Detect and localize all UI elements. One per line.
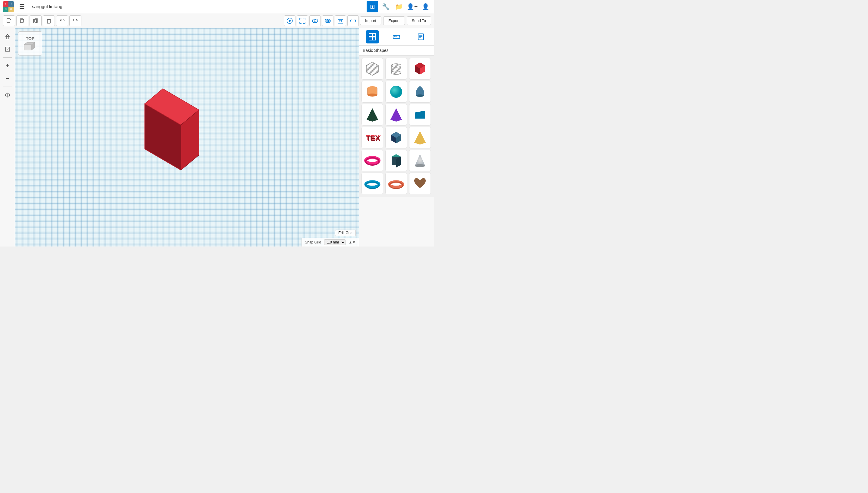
svg-marker-59 xyxy=(390,108,402,122)
shape-wedge-teal[interactable] xyxy=(409,104,431,126)
copy-button[interactable] xyxy=(16,15,28,26)
svg-marker-57 xyxy=(367,108,378,122)
fit-view-btn[interactable] xyxy=(297,15,308,26)
add-user-icon[interactable]: 👤+ xyxy=(406,1,418,13)
shape-text-3d[interactable]: TEXT TEXT xyxy=(362,127,383,148)
snap-grid-arrow: ▲▼ xyxy=(348,240,356,244)
svg-rect-27 xyxy=(373,37,376,40)
divider-2 xyxy=(3,87,12,87)
shape-cone-gray[interactable] xyxy=(409,150,431,171)
svg-rect-15 xyxy=(6,37,9,39)
svg-rect-5 xyxy=(47,20,50,23)
svg-point-43 xyxy=(391,71,401,74)
snap-grid-label: Snap Grid xyxy=(305,240,321,244)
left-panel: + − xyxy=(0,28,15,246)
svg-marker-69 xyxy=(414,131,426,145)
svg-marker-39 xyxy=(366,62,379,76)
grid-panel-icon[interactable] xyxy=(366,30,379,43)
folder-icon[interactable]: 📁 xyxy=(393,1,405,13)
mirror-btn[interactable] xyxy=(347,15,359,26)
svg-rect-18 xyxy=(24,45,32,50)
shape-box-striped[interactable] xyxy=(362,58,383,80)
shape-box-dark-blue[interactable] xyxy=(385,150,407,171)
grid-view-icon[interactable]: ⊞ xyxy=(367,1,378,13)
svg-rect-26 xyxy=(369,37,372,40)
bottom-bar: Snap Grid 1.0 mm 0.5 mm 2.0 mm 5.0 mm ▲▼ xyxy=(301,238,359,246)
svg-rect-25 xyxy=(373,34,376,37)
svg-point-76 xyxy=(415,164,425,167)
toolbar-actions: Import Export Send To xyxy=(360,16,431,25)
svg-marker-62 xyxy=(415,111,425,119)
logo-t: T xyxy=(3,1,8,7)
shapes-grid: TEXT TEXT xyxy=(359,56,434,197)
shape-group-btn[interactable] xyxy=(322,15,334,26)
shape-heart-brown[interactable] xyxy=(409,173,431,194)
edit-grid-button[interactable]: Edit Grid xyxy=(335,230,356,236)
sidebar-toggle[interactable]: › xyxy=(359,132,359,144)
view-cube[interactable]: TOP xyxy=(18,31,42,56)
notes-panel-icon[interactable] xyxy=(414,30,428,43)
tools-icon[interactable]: 🔧 xyxy=(380,1,391,13)
svg-point-54 xyxy=(390,86,402,98)
svg-rect-24 xyxy=(369,34,372,37)
shapes-category-header: Basic Shapes ⌄ xyxy=(359,46,434,56)
fit-all-btn[interactable] xyxy=(2,43,13,55)
align-btn[interactable] xyxy=(335,15,346,26)
shape-pyramid-yellow[interactable] xyxy=(409,127,431,148)
toolbar: Import Export Send To xyxy=(0,13,434,28)
menu-icon[interactable]: ☰ xyxy=(16,1,28,13)
duplicate-button[interactable] xyxy=(29,15,42,26)
undo-button[interactable] xyxy=(56,15,68,26)
svg-marker-75 xyxy=(415,154,425,166)
shape-subtract-btn[interactable] xyxy=(309,15,321,26)
export-button[interactable]: Export xyxy=(383,16,405,25)
shapes-menu-btn[interactable] xyxy=(2,89,13,101)
ruler-panel-icon[interactable] xyxy=(390,30,403,43)
svg-rect-13 xyxy=(339,20,342,22)
top-right-actions: ⊞ 🔧 📁 👤+ 👤 xyxy=(367,1,431,13)
shapes-category-label: Basic Shapes xyxy=(363,48,389,53)
home-btn[interactable] xyxy=(2,31,13,42)
zoom-in-btn[interactable]: + xyxy=(2,60,13,71)
3d-cube xyxy=(121,83,205,192)
shape-torus-teal[interactable] xyxy=(362,173,383,194)
topbar: T I N K ☰ sanggul lintang ⊞ 🔧 📁 👤+ 👤 xyxy=(0,0,434,13)
svg-point-11 xyxy=(327,19,330,23)
zoom-out-btn[interactable]: − xyxy=(2,73,13,84)
shape-pyramid-green[interactable] xyxy=(362,104,383,126)
shape-box-blue[interactable] xyxy=(385,127,407,148)
center-tools xyxy=(284,15,359,26)
svg-point-55 xyxy=(416,94,424,97)
logo-i: I xyxy=(8,1,14,7)
main-area: + − TOP xyxy=(0,28,434,246)
svg-rect-0 xyxy=(7,18,10,23)
canvas-area[interactable]: TOP Edit Grid Snap Grid 1.0 xyxy=(15,28,359,246)
shape-cylinder-striped[interactable] xyxy=(385,58,407,80)
shape-cylinder-orange[interactable] xyxy=(362,81,383,103)
shape-sphere-teal[interactable] xyxy=(385,81,407,103)
shape-pyramid-purple[interactable] xyxy=(385,104,407,126)
user-avatar[interactable]: 👤 xyxy=(420,1,431,13)
svg-point-51 xyxy=(367,93,377,97)
shape-box-red[interactable] xyxy=(409,58,431,80)
shapes-dropdown-arrow[interactable]: ⌄ xyxy=(428,48,431,52)
shape-torus-magenta[interactable] xyxy=(362,150,383,171)
logo-n: N xyxy=(3,7,8,12)
new-button[interactable] xyxy=(3,15,15,26)
shape-torus-orange[interactable] xyxy=(385,173,407,194)
divider xyxy=(3,57,12,58)
right-panel: Basic Shapes ⌄ › xyxy=(359,28,434,246)
redo-button[interactable] xyxy=(69,15,82,26)
document-title: sanggul lintang xyxy=(32,4,62,9)
view-cube-label: TOP xyxy=(26,36,35,41)
logo-k: K xyxy=(8,7,14,12)
view-cube-btn[interactable] xyxy=(284,15,295,26)
svg-rect-34 xyxy=(418,34,424,40)
send-to-button[interactable]: Send To xyxy=(407,16,431,25)
snap-grid-select[interactable]: 1.0 mm 0.5 mm 2.0 mm 5.0 mm xyxy=(324,239,345,245)
delete-button[interactable] xyxy=(43,15,55,26)
svg-point-7 xyxy=(289,20,291,22)
import-button[interactable]: Import xyxy=(360,16,381,25)
right-panel-icons xyxy=(359,28,434,46)
shape-paraboloid-blue[interactable] xyxy=(409,81,431,103)
